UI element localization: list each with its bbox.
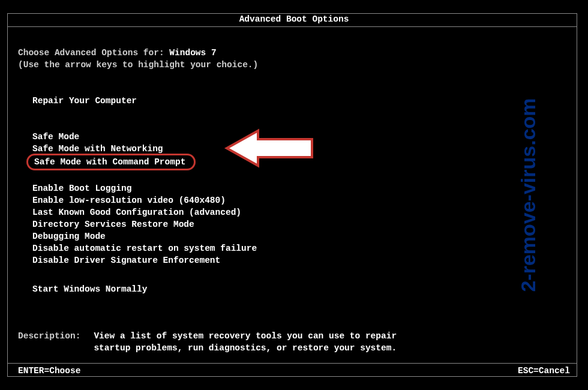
description-label: Description:: [18, 330, 80, 354]
choose-prefix: Choose Advanced Options for:: [18, 48, 169, 58]
menu-item-disable-auto-restart[interactable]: Disable automatic restart on system fail…: [32, 242, 570, 254]
menu-item-low-res[interactable]: Enable low-resolution video (640x480): [32, 194, 570, 206]
hint-line: (Use the arrow keys to highlight your ch…: [18, 59, 570, 71]
menu-item-disable-driver-sig[interactable]: Disable Driver Signature Enforcement: [32, 254, 570, 266]
os-name: Windows 7: [169, 48, 216, 58]
choose-line: Choose Advanced Options for: Windows 7: [18, 47, 570, 59]
page-title: Advanced Boot Options: [0, 14, 588, 24]
footer-esc: ESC=Cancel: [518, 366, 570, 376]
annotation-arrow-icon: [222, 127, 318, 169]
menu-item-repair[interactable]: Repair Your Computer: [32, 95, 570, 107]
annotation-highlight: Safe Mode with Command Prompt: [26, 154, 196, 170]
divider-bottom: [7, 363, 577, 364]
divider-top: [7, 26, 577, 27]
menu-item-boot-logging[interactable]: Enable Boot Logging: [32, 182, 570, 194]
menu-item-safe-mode-cmd[interactable]: Safe Mode with Command Prompt: [34, 157, 185, 167]
description-block: Description: View a list of system recov…: [18, 330, 570, 354]
description-text: View a list of system recovery tools you…: [94, 330, 418, 354]
menu-item-debugging[interactable]: Debugging Mode: [32, 230, 570, 242]
watermark: 2-remove-virus.com: [517, 98, 540, 292]
menu-item-last-known-good[interactable]: Last Known Good Configuration (advanced): [32, 206, 570, 218]
menu-item-dsrm[interactable]: Directory Services Restore Mode: [32, 218, 570, 230]
menu-item-start-normally[interactable]: Start Windows Normally: [32, 283, 570, 295]
footer-enter: ENTER=Choose: [18, 366, 80, 376]
